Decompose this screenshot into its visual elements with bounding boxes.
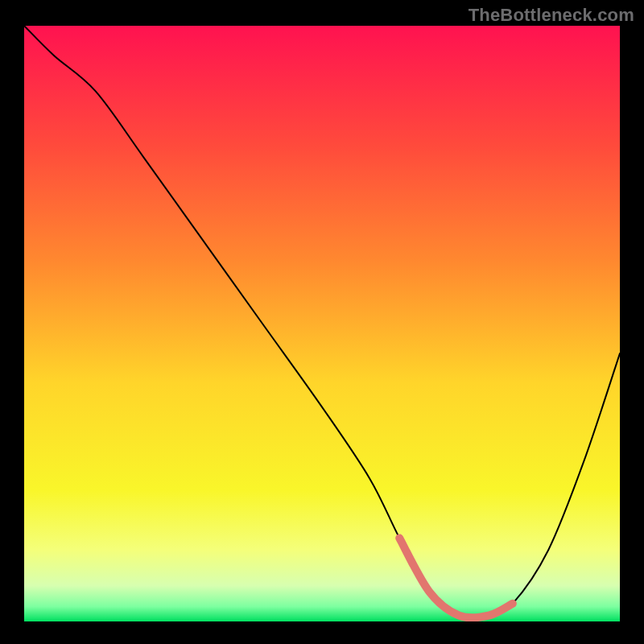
attribution-label: TheBottleneck.com	[469, 5, 634, 26]
chart-frame: TheBottleneck.com	[0, 0, 644, 644]
bottleneck-chart	[24, 26, 620, 621]
